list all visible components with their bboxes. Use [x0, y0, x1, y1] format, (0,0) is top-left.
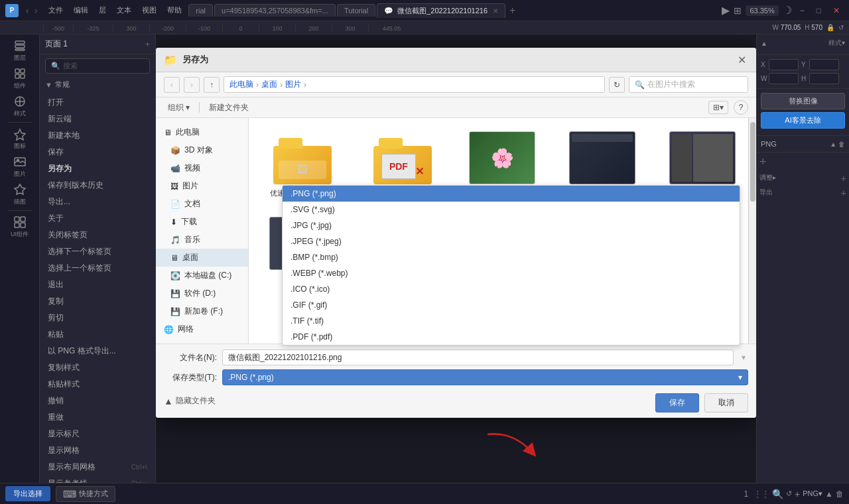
- menu-view[interactable]: 视图: [138, 4, 161, 17]
- menu-save-as[interactable]: 另存为: [40, 160, 155, 177]
- dialog-refresh-btn[interactable]: ↻: [609, 77, 625, 93]
- menu-close-tab[interactable]: 关闭标签页: [40, 227, 155, 243]
- dialog-close-btn[interactable]: ✕: [735, 53, 748, 66]
- menu-copy-style[interactable]: 复制样式: [40, 359, 155, 376]
- sidebar-layers[interactable]: 图层: [4, 37, 36, 64]
- x-input[interactable]: [769, 59, 799, 70]
- menu-paste[interactable]: 粘贴: [40, 326, 155, 343]
- save-btn[interactable]: 保存: [655, 393, 699, 412]
- sidebar-pictures[interactable]: 🖼 图片: [156, 177, 248, 195]
- dialog-breadcrumb[interactable]: 此电脑 › 桌面 › 图片 ›: [224, 76, 605, 93]
- help-btn[interactable]: ?: [734, 100, 748, 115]
- tab-rial[interactable]: rial: [188, 4, 213, 17]
- sidebar-images[interactable]: 图片: [4, 153, 36, 180]
- menu-show-ruler[interactable]: 显示标尺: [40, 426, 155, 442]
- content-scrollbar[interactable]: [748, 118, 756, 344]
- dropdown-item-pdf[interactable]: .PDF (*.pdf): [283, 329, 740, 345]
- sidebar-3d[interactable]: 📦 3D 对象: [156, 141, 248, 159]
- settings-btn[interactable]: +: [795, 489, 800, 499]
- dropdown-item-gif[interactable]: .GIF (*.gif): [283, 297, 740, 313]
- menu-exit[interactable]: 退出: [40, 277, 155, 293]
- h-input[interactable]: [809, 73, 839, 84]
- zoom-display[interactable]: 63.35%: [746, 5, 778, 16]
- win-minimize[interactable]: −: [796, 5, 809, 17]
- tab-url[interactable]: u=495189543,257058983&fm=...: [214, 4, 336, 17]
- menu-save[interactable]: 保存: [40, 144, 155, 160]
- sidebar-soft-d[interactable]: 💾 软件 (D:): [156, 284, 248, 302]
- dropdown-item-svg[interactable]: .SVG (*.svg): [283, 202, 740, 218]
- quick-mode-btn[interactable]: ⌨ 快捷方式: [56, 486, 115, 502]
- page-indicator[interactable]: 1: [741, 488, 751, 500]
- export-selection-btn[interactable]: 导出选择: [5, 486, 50, 501]
- section-header-normal[interactable]: ▼ 常规: [40, 78, 155, 92]
- filename-input[interactable]: [222, 349, 734, 365]
- sidebar-components[interactable]: 组件: [4, 65, 36, 92]
- tab-wechat[interactable]: 💬 微信截图_20221202101216 ✕: [377, 3, 505, 18]
- dropdown-item-jpg[interactable]: .JPG (*.jpg): [283, 218, 740, 233]
- dropdown-item-jpeg[interactable]: .JPEG (*.jpeg): [283, 233, 740, 249]
- menu-about[interactable]: 关于: [40, 210, 155, 227]
- dropdown-item-tif[interactable]: .TIF (*.tif): [283, 313, 740, 329]
- menu-edit[interactable]: 编辑: [70, 4, 92, 17]
- menu-copy[interactable]: 复制: [40, 293, 155, 310]
- menu-show-grid[interactable]: 显示网格: [40, 442, 155, 459]
- dialog-nav-up[interactable]: ↑: [204, 77, 220, 93]
- sidebar-desktop[interactable]: 🖥 桌面: [156, 249, 248, 267]
- menu-new-cloud[interactable]: 新云端: [40, 111, 155, 127]
- menu-save-history[interactable]: 保存到版本历史: [40, 177, 155, 194]
- add-page-btn[interactable]: +: [145, 40, 150, 49]
- menu-show-layout[interactable]: 显示布局网格 Ctrl+\: [40, 459, 155, 475]
- add-tab-btn[interactable]: +: [507, 5, 518, 17]
- upload-btn[interactable]: ▲: [825, 489, 833, 499]
- sidebar-network[interactable]: 🌐 网络: [156, 320, 248, 338]
- win-maximize[interactable]: □: [813, 5, 825, 17]
- sidebar-downloads[interactable]: ⬇ 下载: [156, 213, 248, 231]
- sidebar-icons[interactable]: 图标: [4, 125, 36, 152]
- w-input[interactable]: [769, 73, 799, 84]
- filetype-select[interactable]: .PNG (*.png) ▾: [222, 369, 748, 385]
- dropdown-item-png[interactable]: .PNG (*.png): [283, 186, 740, 202]
- menu-new-local[interactable]: 新建本地: [40, 127, 155, 144]
- nav-forward[interactable]: ›: [33, 4, 40, 17]
- cancel-btn[interactable]: 取消: [704, 393, 748, 412]
- sidebar-uicomps[interactable]: UI组件: [4, 214, 36, 240]
- theme-toggle[interactable]: ☽: [783, 4, 792, 17]
- dialog-nav-forward[interactable]: ›: [184, 77, 200, 93]
- add-fill-btn[interactable]: +: [759, 155, 767, 169]
- play-btn[interactable]: ▶: [722, 4, 730, 17]
- sidebar-new-f[interactable]: 💾 新加卷 (F:): [156, 302, 248, 320]
- dropdown-item-ico[interactable]: .ICO (*.ico): [283, 281, 740, 297]
- dialog-nav-back[interactable]: ‹: [164, 77, 180, 93]
- menu-redo[interactable]: 重做: [40, 409, 155, 426]
- chevron-up-icon[interactable]: ▲: [164, 396, 173, 407]
- menu-layer[interactable]: 层: [95, 4, 110, 17]
- add-export-btn[interactable]: +: [841, 188, 846, 198]
- menu-cut[interactable]: 剪切: [40, 310, 155, 326]
- menu-text[interactable]: 文本: [113, 4, 135, 17]
- menu-open[interactable]: 打开: [40, 94, 155, 111]
- menu-prev-tab[interactable]: 选择上一个标签页: [40, 260, 155, 277]
- delete-export-btn[interactable]: 🗑: [836, 489, 844, 499]
- organize-btn[interactable]: 组织 ▾: [164, 101, 194, 115]
- menu-export[interactable]: 导出...: [40, 194, 155, 210]
- sidebar-local-c[interactable]: 💽 本地磁盘 (C:): [156, 267, 248, 284]
- win-close[interactable]: ✕: [829, 5, 844, 17]
- sidebar-plugins[interactable]: 插图: [4, 181, 36, 208]
- filename-dropdown-arrow[interactable]: ▾: [739, 353, 748, 362]
- y-input[interactable]: [809, 59, 839, 70]
- sidebar-video[interactable]: 📹 视频: [156, 159, 248, 177]
- menu-export-png[interactable]: 以 PNG 格式导出...: [40, 343, 155, 359]
- app-logo[interactable]: P: [5, 4, 19, 17]
- ai-remove-bg-btn[interactable]: AI客景去除: [761, 112, 845, 129]
- sidebar-music[interactable]: 🎵 音乐: [156, 231, 248, 249]
- sidebar-docs[interactable]: 📄 文档: [156, 195, 248, 213]
- menu-undo[interactable]: 撤销: [40, 393, 155, 409]
- dropdown-item-webp[interactable]: .WEBP (*.webp): [283, 265, 740, 281]
- nav-back[interactable]: ‹: [24, 4, 31, 17]
- tab-close-wechat[interactable]: ✕: [493, 7, 498, 15]
- menu-paste-style[interactable]: 粘贴样式: [40, 376, 155, 393]
- zoom-in-btn[interactable]: 🔍: [772, 489, 783, 499]
- menu-file[interactable]: 文件: [44, 4, 67, 17]
- tab-tutorial[interactable]: Tutorial: [337, 4, 375, 17]
- menu-next-tab[interactable]: 选择下一个标签页: [40, 243, 155, 260]
